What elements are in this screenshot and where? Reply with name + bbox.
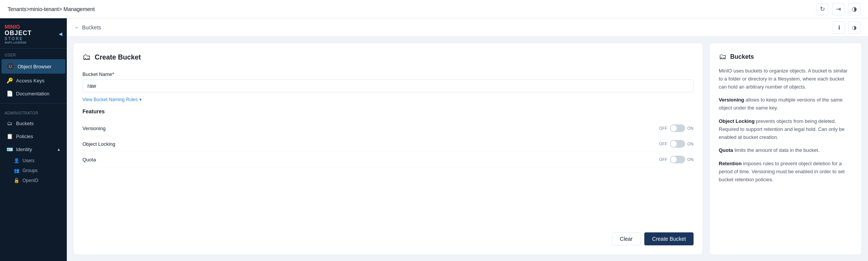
create-bucket-button[interactable]: Create Bucket bbox=[644, 232, 694, 245]
bucket-name-input[interactable] bbox=[82, 79, 694, 92]
header-theme-icon: ◑ bbox=[852, 24, 857, 31]
top-bar-title: Tenants>minio-tenant> Management bbox=[8, 6, 95, 12]
sidebar-collapse-button[interactable]: ◀ bbox=[59, 31, 62, 37]
create-bucket-form-panel: 🗂 Create Bucket Bucket Name* View Bucket… bbox=[73, 43, 703, 255]
sidebar-item-policies-label: Policies bbox=[16, 134, 33, 139]
content-header-right: ℹ ◑ bbox=[833, 21, 860, 34]
info-button[interactable]: ℹ bbox=[833, 21, 845, 34]
bucket-name-label: Bucket Name* bbox=[82, 71, 694, 77]
identity-icon: 🪪 bbox=[6, 146, 13, 152]
quota-toggle-group: OFF ON bbox=[659, 156, 694, 163]
versioning-toggle[interactable] bbox=[670, 124, 685, 132]
bucket-form-icon: 🗂 bbox=[82, 52, 91, 62]
sidebar-item-groups-label: Groups bbox=[23, 168, 37, 173]
info-description: MinIO uses buckets to organize objects. … bbox=[719, 67, 852, 91]
logout-icon: ⇥ bbox=[836, 5, 841, 13]
chevron-up-icon: ▲ bbox=[57, 147, 61, 151]
view-naming-rules-label: View Bucket Naming Rules bbox=[82, 97, 138, 102]
versioning-off-label: OFF bbox=[659, 126, 668, 130]
top-bar-actions: ↻ ⇥ ◑ bbox=[816, 3, 860, 15]
logo-object: OBJECT bbox=[5, 30, 32, 37]
sidebar-identity-expandable[interactable]: 🪪 Identity ▲ bbox=[2, 143, 65, 155]
info-quota: Quota limits the amount of data in the b… bbox=[719, 147, 852, 155]
breadcrumb-label: Buckets bbox=[82, 24, 101, 31]
top-bar: Tenants>minio-tenant> Management ↻ ⇥ ◑ bbox=[0, 0, 868, 18]
bucket-name-field: Bucket Name* bbox=[82, 71, 694, 92]
form-actions: Clear Create Bucket bbox=[82, 232, 694, 245]
bucket-nav-icon: 🗂 bbox=[6, 120, 13, 126]
sidebar-identity-label: Identity bbox=[16, 147, 32, 152]
sidebar-separator bbox=[0, 103, 67, 103]
breadcrumb: ← Buckets bbox=[74, 24, 101, 31]
logo-store: STORE bbox=[5, 37, 32, 41]
object-locking-row: Object Locking OFF ON bbox=[82, 136, 694, 152]
sidebar-item-policies[interactable]: 📋 Policies bbox=[2, 130, 65, 142]
doc-icon: 📄 bbox=[6, 90, 13, 97]
refresh-icon: ↻ bbox=[820, 5, 825, 13]
policy-icon: 📋 bbox=[6, 133, 13, 139]
sidebar-item-groups[interactable]: 👥 Groups bbox=[0, 166, 67, 176]
back-arrow-icon[interactable]: ← bbox=[74, 24, 80, 31]
theme-toggle-button[interactable]: ◑ bbox=[848, 3, 860, 15]
object-locking-on-label: ON bbox=[687, 142, 694, 146]
chevron-down-icon: ▾ bbox=[139, 97, 142, 102]
theme-icon: ◑ bbox=[852, 5, 857, 13]
info-panel-title: Buckets bbox=[730, 53, 754, 60]
sidebar: MINIO OBJECT STORE AGPL LICENSE ◀ User U… bbox=[0, 18, 67, 261]
clear-button[interactable]: Clear bbox=[612, 232, 641, 245]
info-icon: ℹ bbox=[838, 24, 840, 31]
info-object-locking: Object Locking prevents objects from bei… bbox=[719, 118, 852, 141]
versioning-label: Versioning bbox=[82, 126, 106, 131]
versioning-row: Versioning OFF ON bbox=[82, 121, 694, 136]
quota-desc: limits the amount of data in the bucket. bbox=[733, 147, 820, 153]
versioning-toggle-group: OFF ON bbox=[659, 124, 694, 132]
logout-button[interactable]: ⇥ bbox=[832, 3, 844, 15]
logo-license: AGPL LICENSE bbox=[5, 41, 32, 44]
quota-on-label: ON bbox=[687, 157, 694, 162]
sidebar-item-object-browser-label: Object Browser bbox=[18, 64, 52, 69]
info-versioning: Versioning allows to keep multiple versi… bbox=[719, 96, 852, 112]
info-retention: Retention imposes rules to prevent objec… bbox=[719, 160, 852, 184]
sidebar-item-openid-label: OpenID bbox=[23, 178, 38, 183]
quota-toggle[interactable] bbox=[670, 156, 685, 163]
versioning-strong: Versioning bbox=[719, 97, 744, 103]
user-section-label: User bbox=[0, 48, 67, 59]
sidebar-item-buckets-label: Buckets bbox=[16, 121, 34, 126]
object-locking-toggle[interactable] bbox=[670, 140, 685, 148]
object-locking-off-label: OFF bbox=[659, 142, 668, 146]
sidebar-item-users[interactable]: 👤 Users bbox=[0, 156, 67, 166]
page-body: 🗂 Create Bucket Bucket Name* View Bucket… bbox=[67, 37, 868, 261]
form-title-row: 🗂 Create Bucket bbox=[82, 52, 694, 62]
object-locking-strong: Object Locking bbox=[719, 118, 755, 124]
logo-mini: MINIO bbox=[5, 24, 32, 30]
key-icon: 🔑 bbox=[6, 77, 13, 84]
versioning-on-label: ON bbox=[687, 126, 694, 130]
logo-block: MINIO OBJECT STORE AGPL LICENSE bbox=[5, 24, 32, 44]
features-title: Features bbox=[82, 108, 694, 114]
content-area: ← Buckets ℹ ◑ 🗂 Create Bucket bbox=[67, 18, 868, 261]
sidebar-item-object-browser[interactable]: U Object Browser bbox=[2, 59, 65, 74]
info-panel: 🗂 Buckets MinIO uses buckets to organize… bbox=[709, 43, 862, 255]
sidebar-logo: MINIO OBJECT STORE AGPL LICENSE ◀ bbox=[0, 18, 67, 48]
sidebar-item-openid[interactable]: 🔓 OpenID bbox=[0, 176, 67, 185]
quota-off-label: OFF bbox=[659, 157, 668, 162]
sidebar-item-access-keys-label: Access Keys bbox=[16, 78, 44, 84]
sidebar-item-buckets[interactable]: 🗂 Buckets bbox=[2, 117, 65, 129]
openid-icon: 🔓 bbox=[14, 178, 19, 183]
sidebar-item-users-label: Users bbox=[23, 158, 34, 163]
retention-strong: Retention bbox=[719, 161, 742, 166]
view-naming-rules-button[interactable]: View Bucket Naming Rules ▾ bbox=[82, 97, 694, 102]
object-locking-label: Object Locking bbox=[82, 141, 115, 147]
info-panel-header: 🗂 Buckets bbox=[719, 52, 852, 61]
groups-icon: 👥 bbox=[14, 168, 19, 173]
refresh-button[interactable]: ↻ bbox=[816, 3, 828, 15]
main-layout: MINIO OBJECT STORE AGPL LICENSE ◀ User U… bbox=[0, 18, 868, 261]
info-bucket-icon: 🗂 bbox=[719, 52, 726, 61]
features-section: Features Versioning OFF ON Object Lockin… bbox=[82, 108, 694, 223]
sidebar-item-access-keys[interactable]: 🔑 Access Keys bbox=[2, 74, 65, 87]
header-theme-button[interactable]: ◑ bbox=[848, 21, 860, 34]
content-header: ← Buckets ℹ ◑ bbox=[67, 18, 868, 37]
sidebar-item-documentation[interactable]: 📄 Documentation bbox=[2, 87, 65, 100]
quota-row: Quota OFF ON bbox=[82, 152, 694, 168]
object-locking-toggle-group: OFF ON bbox=[659, 140, 694, 148]
